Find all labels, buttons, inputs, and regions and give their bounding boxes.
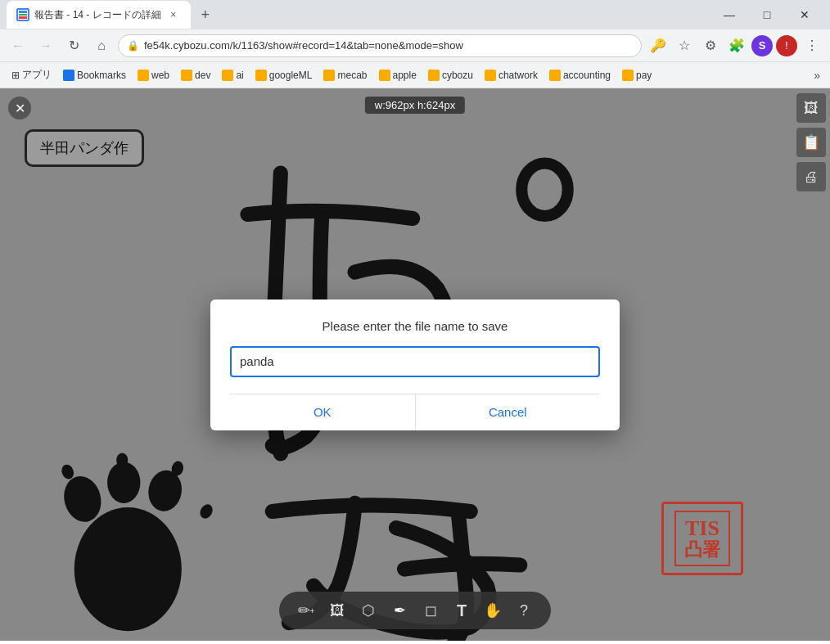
bookmark-favicon [181,70,192,81]
bookmarks-bar: ⊞ アプリ Bookmarks web dev ai googleML meca… [0,62,830,88]
apps-grid-icon: ⊞ [11,70,20,81]
bookmark-label: apple [393,70,417,81]
extension-icon[interactable]: ! [776,35,797,56]
back-button[interactable]: ← [7,34,29,57]
window-controls: — □ ✕ [710,2,823,28]
lock-icon: 🔒 [127,40,139,52]
bookmark-label: googleML [269,70,313,81]
extensions-icon[interactable]: 🧩 [725,34,748,57]
address-bar: ← → ↻ ⌂ 🔒 fe54k.cybozu.com/k/1163/show#r… [0,29,830,62]
dialog-buttons: OK Cancel [230,394,600,430]
dialog-title: Please enter the file name to save [230,319,600,333]
settings-icon[interactable]: ⚙ [699,34,722,57]
forward-button[interactable]: → [34,34,57,57]
bookmark-favicon [138,70,149,81]
save-dialog: Please enter the file name to save OK Ca… [210,299,620,430]
bookmark-bookmarks[interactable]: Bookmarks [58,68,131,83]
bookmark-label: mecab [337,70,367,81]
bookmark-mecab[interactable]: mecab [318,68,372,83]
tab-favicon [16,8,29,21]
bookmark-accounting[interactable]: accounting [544,68,616,83]
bookmark-label: pay [636,70,652,81]
bookmark-googleml[interactable]: googleML [250,68,318,83]
key-icon[interactable]: 🔑 [647,34,670,57]
bookmark-cybozu[interactable]: cybozu [423,68,478,83]
bookmark-chatwork[interactable]: chatwork [480,68,543,83]
tab-close-button[interactable]: × [166,7,181,22]
bookmark-label: web [151,70,169,81]
bookmark-label: ai [236,70,243,81]
bookmark-favicon [323,70,335,81]
content-area: w:962px h:624px ✕ [0,88,830,641]
apps-label: アプリ [22,68,52,82]
minimize-button[interactable]: — [710,2,748,28]
bookmark-apple[interactable]: apple [374,68,422,83]
new-tab-button[interactable]: + [194,3,217,26]
title-bar: 報告書 - 14 - レコードの詳細 × + — □ ✕ [0,0,830,29]
bookmark-label: cybozu [442,70,473,81]
bookmark-favicon [428,70,440,81]
bookmark-ai[interactable]: ai [217,68,248,83]
maximize-button[interactable]: □ [748,2,786,28]
bookmark-label: dev [195,70,210,81]
tab-title: 報告書 - 14 - レコードの詳細 [34,8,161,22]
bookmark-web[interactable]: web [133,68,174,83]
bookmark-favicon [549,70,561,81]
svg-rect-1 [19,11,27,13]
bookmark-favicon [379,70,390,81]
bookmark-star-icon[interactable]: ☆ [673,34,696,57]
menu-icon[interactable]: ⋮ [801,34,823,57]
svg-rect-3 [19,16,27,19]
ok-button[interactable]: OK [230,394,415,430]
close-button[interactable]: ✕ [786,2,823,28]
active-tab[interactable]: 報告書 - 14 - レコードの詳細 × [7,1,191,29]
bookmark-label: chatwork [498,70,538,81]
browser-toolbar-icons: 🔑 ☆ ⚙ 🧩 S ! ⋮ [647,34,823,57]
url-bar[interactable]: 🔒 fe54k.cybozu.com/k/1163/show#record=14… [118,34,642,57]
bookmarks-more-button[interactable]: » [810,67,823,83]
user-avatar[interactable]: S [751,35,773,56]
filename-input[interactable] [230,346,600,377]
home-button[interactable]: ⌂ [90,34,113,57]
bookmark-pay[interactable]: pay [617,68,656,83]
cancel-button[interactable]: Cancel [416,394,601,430]
bookmark-favicon [485,70,496,81]
apps-button[interactable]: ⊞ アプリ [7,66,56,83]
bookmark-favicon [255,70,267,81]
bookmark-label: accounting [563,70,611,81]
bookmark-favicon [222,70,233,81]
bookmark-label: Bookmarks [77,70,126,81]
dialog-overlay: Please enter the file name to save OK Ca… [0,88,830,641]
bookmark-favicon [622,70,634,81]
svg-rect-2 [19,14,27,16]
bookmark-dev[interactable]: dev [176,68,215,83]
reload-button[interactable]: ↻ [62,34,85,57]
bookmark-favicon [63,70,74,81]
url-text: fe54k.cybozu.com/k/1163/show#record=14&t… [144,39,633,52]
